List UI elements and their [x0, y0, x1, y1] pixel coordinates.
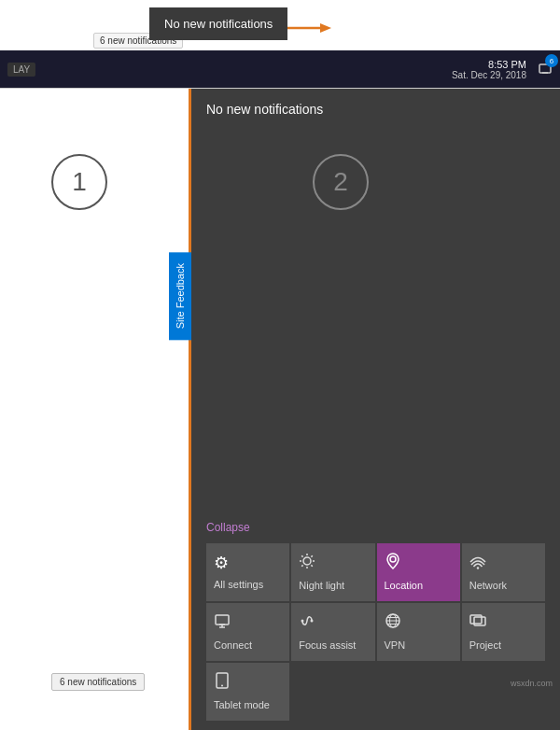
tile-project[interactable]: Project	[462, 603, 545, 661]
tile-vpn[interactable]: VPN	[377, 603, 460, 661]
tile-location[interactable]: Location	[377, 543, 460, 601]
tile-focus-assist[interactable]: Focus assist	[291, 603, 374, 661]
tile-label-connect: Connect	[214, 639, 252, 652]
svg-line-9	[301, 555, 302, 556]
quick-actions-grid: ⚙ All settings	[191, 541, 560, 723]
svg-point-20	[301, 620, 304, 623]
svg-marker-1	[320, 23, 331, 33]
taskbar-left: LAY	[0, 63, 452, 77]
tile-label-vpn: VPN	[385, 639, 406, 652]
tile-connect[interactable]: Connect	[206, 603, 289, 661]
taskbar-time: 8:53 PM	[488, 59, 526, 70]
tile-night-light[interactable]: Night light	[291, 543, 374, 601]
tile-label-network: Network	[469, 580, 507, 592]
tile-label-location: Location	[385, 580, 424, 592]
svg-point-29	[221, 685, 223, 687]
network-icon	[469, 553, 486, 574]
project-icon	[469, 612, 486, 634]
tile-label-all-settings: All settings	[214, 579, 263, 591]
tile-label-tablet-mode: Tablet mode	[214, 699, 270, 711]
svg-line-12	[301, 565, 302, 566]
notif-count-badge-bottom: 6 new notifications	[51, 673, 145, 691]
svg-point-14	[477, 567, 479, 569]
svg-line-10	[312, 565, 313, 566]
notif-tooltip-top: No new notifications	[149, 7, 287, 40]
top-taskbar: LAY 8:53 PM Sat. Dec 29, 2018 6	[0, 50, 560, 88]
taskbar-time-area: 8:53 PM Sat. Dec 29, 2018	[452, 59, 530, 80]
night-light-icon	[299, 553, 315, 574]
settings-icon: ⚙	[214, 553, 229, 573]
svg-rect-15	[216, 615, 229, 625]
main-section: 1 Site Feedback No new notifications 2 C…	[0, 89, 560, 730]
tile-network[interactable]: Network	[462, 543, 545, 601]
tile-label-focus-assist: Focus assist	[299, 639, 356, 652]
connect-icon	[214, 612, 231, 634]
svg-point-13	[390, 556, 396, 562]
focus-assist-icon	[299, 612, 315, 634]
arrow-right	[285, 19, 331, 37]
notif-badge-top: 6	[545, 54, 558, 67]
action-center-header: No new notifications	[191, 89, 560, 130]
watermark: wsxdn.com	[511, 679, 553, 688]
top-section: No new notifications 6 new notifications…	[0, 0, 560, 89]
taskbar-label: LAY	[7, 63, 35, 77]
action-center: No new notifications 2 Collapse ⚙ All se…	[191, 89, 560, 730]
tile-label-night-light: Night light	[299, 580, 344, 592]
circle-label-1: 1	[51, 154, 107, 210]
no-notifications-label-top: No new notifications	[164, 17, 273, 31]
svg-point-4	[303, 557, 311, 565]
taskbar-notification-button[interactable]: 6	[530, 50, 560, 88]
tile-all-settings[interactable]: ⚙ All settings	[206, 543, 289, 601]
svg-line-11	[312, 555, 313, 556]
circle-label-2: 2	[313, 154, 369, 210]
tablet-mode-icon	[214, 672, 231, 694]
quick-actions-container: Collapse ⚙ All settings	[191, 513, 560, 730]
collapse-link[interactable]: Collapse	[191, 513, 560, 541]
left-panel: 1 Site Feedback	[0, 89, 191, 730]
svg-point-19	[311, 620, 314, 623]
location-icon	[385, 553, 401, 574]
no-notifications-label: No new notifications	[206, 102, 323, 117]
tile-label-project: Project	[469, 639, 501, 652]
site-feedback-button[interactable]: Site Feedback	[169, 252, 191, 340]
vpn-icon	[385, 612, 401, 634]
taskbar-date: Sat. Dec 29, 2018	[452, 70, 526, 80]
tile-tablet-mode[interactable]: Tablet mode	[206, 663, 289, 721]
